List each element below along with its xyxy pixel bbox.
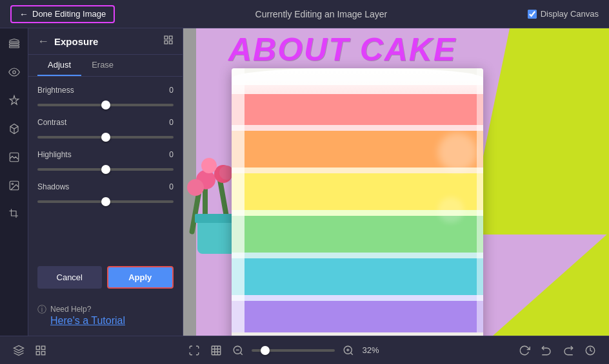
panel-header-left: ← Exposure xyxy=(37,35,98,47)
page-title: Currently Editing an Image Layer xyxy=(255,9,388,19)
svg-rect-13 xyxy=(36,351,39,354)
svg-point-6 xyxy=(12,183,13,184)
zoom-value: 32% xyxy=(362,345,379,355)
display-canvas-area: Display Canvas xyxy=(528,9,599,19)
highlights-value: 0 xyxy=(169,150,174,159)
tab-erase[interactable]: Erase xyxy=(81,55,124,76)
display-canvas-checkbox[interactable] xyxy=(528,10,537,19)
zoom-in-icon[interactable] xyxy=(340,342,357,359)
undo-icon[interactable] xyxy=(538,342,555,359)
contrast-value: 0 xyxy=(169,118,174,127)
brightness-label: Brightness xyxy=(37,86,74,95)
canvas-area[interactable]: ABOUT CAKE xyxy=(183,28,609,336)
svg-rect-2 xyxy=(9,46,19,48)
brightness-value: 0 xyxy=(169,86,174,95)
panel-tabs: Adjust Erase xyxy=(28,55,183,77)
icon-sidebar xyxy=(0,28,28,336)
shadows-slider[interactable] xyxy=(37,200,174,203)
contrast-row: Contrast 0 xyxy=(37,118,174,141)
refresh-icon[interactable] xyxy=(516,342,533,359)
svg-rect-14 xyxy=(42,351,45,354)
crop-icon[interactable] xyxy=(5,205,23,223)
svg-rect-12 xyxy=(42,346,45,349)
done-label: Done Editing Image xyxy=(32,9,106,19)
help-area: ⓘ Need Help? Here's a Tutorial xyxy=(28,298,183,336)
panel-settings-icon[interactable] xyxy=(163,35,174,48)
top-bar: ← Done Editing Image Currently Editing a… xyxy=(0,0,609,28)
tab-adjust[interactable]: Adjust xyxy=(37,55,81,76)
shadows-label: Shadows xyxy=(37,182,69,191)
fit-icon[interactable] xyxy=(208,342,225,359)
svg-rect-8 xyxy=(169,36,172,39)
arrow-left-icon: ← xyxy=(19,9,28,19)
highlights-row: Highlights 0 xyxy=(37,150,174,173)
shadows-value: 0 xyxy=(169,182,174,191)
history-icon[interactable] xyxy=(582,342,599,359)
panel-buttons: Cancel Apply xyxy=(28,266,183,298)
grid-icon[interactable] xyxy=(32,342,49,359)
cancel-button[interactable]: Cancel xyxy=(37,266,102,289)
info-icon: ⓘ xyxy=(37,304,46,316)
bottom-right-tools xyxy=(516,342,599,359)
shadows-row: Shadows 0 xyxy=(37,182,174,206)
svg-rect-7 xyxy=(165,36,168,39)
svg-rect-11 xyxy=(36,346,39,349)
bottom-left-tools xyxy=(10,342,49,359)
design-title: ABOUT CAKE xyxy=(228,34,577,66)
tutorial-link[interactable]: Here's a Tutorial xyxy=(50,315,125,327)
panel-header: ← Exposure xyxy=(28,28,183,55)
display-canvas-label[interactable]: Display Canvas xyxy=(541,9,599,19)
brightness-slider[interactable] xyxy=(37,104,174,106)
sliders-area: Brightness 0 Contrast 0 Highlights 0 xyxy=(28,77,183,266)
redo-icon[interactable] xyxy=(560,342,577,359)
eye-icon[interactable] xyxy=(5,63,23,81)
highlights-label: Highlights xyxy=(37,150,72,159)
cake-image xyxy=(232,68,483,336)
apply-button[interactable]: Apply xyxy=(107,266,174,289)
contrast-label: Contrast xyxy=(37,118,66,127)
svg-rect-15 xyxy=(212,346,221,355)
back-button[interactable]: ← xyxy=(37,35,49,47)
svg-rect-1 xyxy=(9,44,19,45)
panel-title: Exposure xyxy=(54,36,98,47)
zoom-slider[interactable] xyxy=(252,349,335,352)
layers-bottom-icon[interactable] xyxy=(10,342,27,359)
tag-icon[interactable] xyxy=(5,120,23,138)
svg-rect-0 xyxy=(9,41,19,43)
layers-icon[interactable] xyxy=(5,35,23,53)
svg-point-3 xyxy=(12,71,15,74)
main-area: ← Exposure Adjust Erase Brightness 0 xyxy=(0,28,609,336)
svg-rect-10 xyxy=(169,41,172,44)
sparkle-icon[interactable] xyxy=(5,91,23,110)
svg-rect-9 xyxy=(165,41,168,44)
zoom-out-icon[interactable] xyxy=(230,342,246,359)
done-editing-button[interactable]: ← Done Editing Image xyxy=(10,5,115,23)
contrast-slider[interactable] xyxy=(37,136,174,139)
highlights-slider[interactable] xyxy=(37,168,174,171)
bottom-bar: 32% xyxy=(0,336,609,364)
canvas-background: ABOUT CAKE xyxy=(183,28,609,336)
exposure-panel: ← Exposure Adjust Erase Brightness 0 xyxy=(28,28,183,336)
photo-edit-icon[interactable] xyxy=(5,177,23,195)
image-icon[interactable] xyxy=(5,148,23,166)
bottom-center-tools: 32% xyxy=(186,342,379,359)
brightness-row: Brightness 0 xyxy=(37,86,174,109)
fullscreen-icon[interactable] xyxy=(186,342,203,359)
help-text: Need Help? xyxy=(50,305,91,314)
